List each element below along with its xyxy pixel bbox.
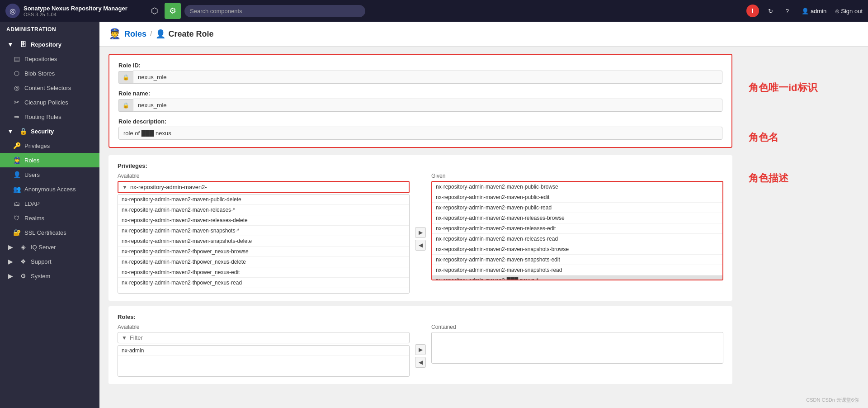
role-id-input[interactable] — [133, 71, 722, 84]
sidebar-item-realms[interactable]: 🛡 Realms — [0, 211, 99, 225]
content-icon: ◎ — [13, 84, 21, 91]
users-label: Users — [24, 171, 40, 178]
sidebar-item-anonymous-access[interactable]: 👥 Anonymous Access — [0, 182, 99, 196]
settings-icon-btn[interactable]: ⚙ — [165, 3, 181, 19]
browse-icon-btn[interactable]: ⬡ — [146, 3, 163, 19]
repositories-label: Repositories — [24, 56, 57, 62]
content-selectors-label: Content Selectors — [24, 85, 71, 91]
list-item[interactable]: nx-repository-admin-maven2-maven-release… — [118, 205, 409, 215]
topnav: ◎ Sonatype Nexus Repository Manager OSS … — [0, 0, 868, 22]
available-roles-col: Available ▼ nx-admin — [118, 324, 410, 377]
refresh-btn[interactable]: ↻ — [764, 6, 777, 16]
list-item[interactable]: nx-repository-admin-maven2-maven-release… — [432, 213, 722, 223]
arrow-right-btn[interactable]: ▶ — [415, 227, 426, 238]
annotations-panel: 角色唯一id标识 角色名 角色描述 — [741, 47, 868, 391]
sidebar-item-repositories[interactable]: ▤ Repositories — [0, 52, 99, 66]
username-label: admin — [811, 8, 826, 14]
app-logo: ◎ Sonatype Nexus Repository Manager OSS … — [5, 4, 141, 18]
list-item[interactable]: nx-repository-admin-maven2-maven-snapsho… — [118, 226, 409, 236]
available-roles-list: nx-admin — [118, 345, 410, 377]
roles-filter-icon: ▼ — [122, 335, 127, 341]
alert-icon[interactable]: ! — [746, 5, 759, 17]
sidebar-item-privileges[interactable]: 🔑 Privileges — [0, 138, 99, 153]
role-description-input[interactable] — [118, 127, 722, 140]
repository-icon: 🗄 — [19, 41, 27, 48]
sidebar-item-support[interactable]: ▶ ❖ Support — [0, 254, 99, 269]
role-description-label: Role description: — [118, 118, 722, 125]
layout: Administration ▼ 🗄 Repository ▤ Reposito… — [0, 22, 868, 408]
caret-system-icon: ▶ — [6, 272, 14, 280]
list-item[interactable]: nx-repository-admin-maven2-maven-release… — [432, 223, 722, 234]
available-filter: ▼ — [118, 181, 410, 193]
sidebar-item-roles[interactable]: 👮 Roles — [0, 153, 99, 167]
breadcrumb-parent[interactable]: Roles — [124, 29, 146, 39]
roles-arrow-right-btn[interactable]: ▶ — [415, 344, 426, 355]
sidebar-item-iq-server[interactable]: ▶ ◈ IQ Server — [0, 240, 99, 254]
form-area: Role ID: 🔒 Role name: 🔒 — [99, 47, 741, 391]
roles-arrows: ▶ ◀ — [413, 344, 428, 368]
list-item[interactable]: nx-repository-admin-maven2-maven-public-… — [432, 203, 722, 213]
sidebar-item-security[interactable]: ▼ 🔒 Security — [0, 124, 99, 138]
signout-btn[interactable]: ⎋ Sign out — [835, 8, 863, 14]
role-name-label: Role name: — [118, 90, 722, 97]
list-item[interactable]: nx-repository-admin-maven2-maven-snapsho… — [432, 265, 722, 275]
user-btn[interactable]: 👤 admin — [798, 6, 830, 16]
arrow-left-btn[interactable]: ◀ — [415, 240, 426, 251]
support-icon: ❖ — [19, 258, 27, 265]
help-btn[interactable]: ? — [782, 6, 793, 16]
watermark: CSDN CSDn 云课堂6你 — [806, 397, 859, 403]
filter-icon: ▼ — [122, 184, 127, 190]
list-item[interactable]: nx-repository-admin-maven2-maven-snapsho… — [118, 236, 409, 247]
support-label: Support — [31, 258, 52, 265]
signout-label: Sign out — [841, 8, 863, 14]
given-label: Given — [431, 173, 723, 179]
sidebar-item-ldap[interactable]: 🗂 LDAP — [0, 196, 99, 211]
list-item[interactable]: nx-repository-admin-maven2-maven-release… — [432, 234, 722, 244]
privileges-section: Privileges: Available ▼ nx-repository-ad… — [108, 155, 732, 301]
list-item[interactable]: nx-repository-admin-maven2-maven-release… — [118, 215, 409, 226]
list-item[interactable]: nx-repository-admin-maven2-thpower_nexus… — [118, 257, 409, 267]
anonymous-icon: 👥 — [13, 185, 21, 193]
role-name-prefix: 🔒 — [118, 99, 133, 112]
list-item[interactable]: nx-repository-admin-maven2-maven-public-… — [432, 192, 722, 203]
privileges-icon: 🔑 — [13, 142, 21, 149]
sidebar-item-repository[interactable]: ▼ 🗄 Repository — [0, 37, 99, 52]
realms-icon: 🛡 — [13, 214, 21, 222]
sidebar-item-system[interactable]: ▶ ⚙ System — [0, 269, 99, 283]
sidebar-item-routing-rules[interactable]: ⇒ Routing Rules — [0, 109, 99, 124]
system-icon: ⚙ — [19, 272, 27, 280]
sidebar-item-blob-stores[interactable]: ⬡ Blob Stores — [0, 66, 99, 81]
sidebar-item-ssl[interactable]: 🔐 SSL Certificates — [0, 225, 99, 240]
ssl-icon: 🔐 — [13, 229, 21, 236]
caret-iq-icon: ▶ — [6, 243, 14, 251]
list-item[interactable]: nx-repository-admin-maven2-maven-snapsho… — [432, 255, 722, 265]
list-item[interactable]: nx-repository-admin-maven2-maven-public-… — [432, 182, 722, 192]
role-name-input-wrap: 🔒 — [118, 99, 722, 112]
list-item[interactable]: nx-repository-admin-maven2-maven-snapsho… — [432, 244, 722, 255]
sidebar-item-users[interactable]: 👤 Users — [0, 167, 99, 182]
role-name-input[interactable] — [133, 99, 722, 112]
main-content: Role ID: 🔒 Role name: 🔒 — [99, 47, 868, 391]
roles-title: Roles: — [118, 313, 723, 320]
given-col: Given nx-repository-admin-maven2-maven-p… — [431, 173, 723, 280]
sidebar-item-content-selectors[interactable]: ◎ Content Selectors — [0, 81, 99, 95]
sidebar-item-cleanup-policies[interactable]: ✂ Cleanup Policies — [0, 95, 99, 109]
available-filter-input[interactable] — [130, 184, 405, 190]
logo-icon: ◎ — [5, 4, 20, 18]
role-info-section: Role ID: 🔒 Role name: 🔒 — [108, 54, 732, 148]
list-item[interactable]: nx-repository-admin-maven2-thpower_nexus… — [118, 247, 409, 257]
list-item[interactable]: nx-repository-admin-maven2-thpower_nexus… — [118, 278, 409, 288]
priv-arrows: ▶ ◀ — [413, 227, 428, 251]
roles-arrow-left-btn[interactable]: ◀ — [415, 357, 426, 368]
list-item[interactable]: nx-repository-admin-maven2-thpower_nexus… — [118, 267, 409, 278]
roles-filter-input[interactable] — [130, 334, 406, 341]
list-item[interactable]: nx-repository-admin-maven2-███-nexus-* — [432, 275, 722, 280]
role-id-group: Role ID: 🔒 — [118, 62, 722, 84]
search-input[interactable] — [184, 5, 365, 17]
app-title: Sonatype Nexus Repository Manager — [24, 5, 127, 12]
blob-stores-label: Blob Stores — [24, 70, 55, 77]
given-priv-list: nx-repository-admin-maven2-maven-public-… — [431, 181, 723, 280]
list-item[interactable]: nx-repository-admin-maven2-maven-public-… — [118, 195, 409, 205]
caret-support-icon: ▶ — [6, 258, 14, 265]
list-item[interactable]: nx-admin — [118, 346, 409, 356]
